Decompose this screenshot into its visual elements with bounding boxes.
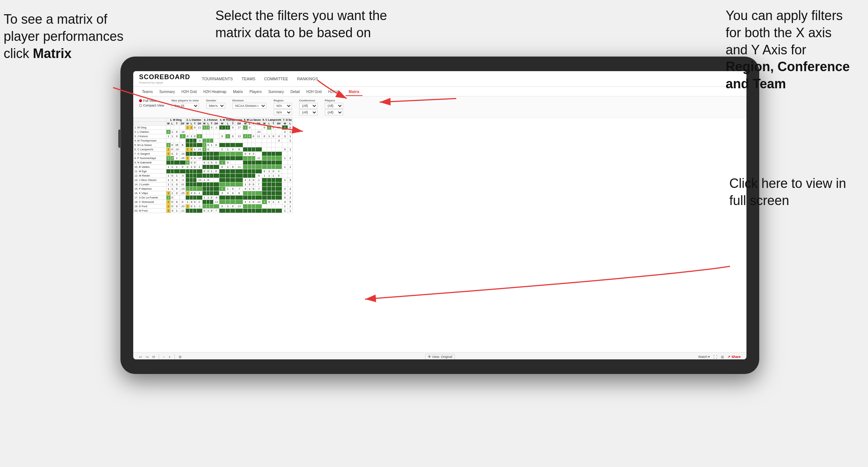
col-header-2: 2. L Clanton — [185, 118, 202, 122]
player-name: 1. W Ding — [134, 126, 166, 130]
view-original-label: View: Original — [432, 355, 452, 359]
content-area: Full View Compact View Max players in vi… — [133, 97, 746, 359]
logo-main: SCOREBOARD — [139, 73, 190, 81]
nav-rankings[interactable]: RANKINGS — [296, 75, 319, 82]
max-players-select[interactable]: Top 25 — [172, 103, 199, 109]
tab-summary2[interactable]: Summary — [265, 88, 287, 96]
conference-select1[interactable]: (All) — [299, 103, 318, 109]
table-row: 18. C Sherwood 2000 1300 -11 220-10 3011… — [134, 200, 293, 204]
player-name: 2. L Clanton — [134, 130, 166, 134]
jk-dif: Dif — [213, 122, 219, 126]
compact-view-option[interactable]: Compact View — [139, 104, 164, 107]
conference-label: Conference — [299, 99, 318, 102]
full-view-radio[interactable] — [139, 99, 142, 102]
table-row: 15. P Maichon 110-19 010-7 410-7 22 — [134, 187, 293, 191]
gender-label: Gender — [206, 99, 225, 102]
table-row: 4. M Thorbjornsen -3 -6 1 — [134, 139, 293, 143]
players-select2[interactable]: (All) — [325, 109, 343, 115]
col-header-5: 5. M La Sasso — [243, 118, 262, 122]
share-button[interactable]: ↗ Share — [727, 355, 741, 359]
tab-teams[interactable]: Teams — [139, 88, 155, 96]
lc-t: T — [193, 122, 196, 126]
mt-dif: Dif — [235, 122, 243, 126]
tab-h2hh[interactable]: H2H H... — [325, 88, 345, 96]
col-header-3: 3. J Koivun — [202, 118, 219, 122]
gender-filter: Gender Men's — [206, 99, 225, 109]
players-select1[interactable]: (All) — [325, 103, 343, 109]
player-name: 15. P Maichon — [134, 187, 166, 191]
region-label: Region — [274, 99, 292, 102]
zoom-out-button[interactable]: − — [163, 355, 165, 359]
gs-l: L — [288, 122, 293, 126]
grid-icon[interactable]: ⊞ — [721, 355, 724, 359]
division-select[interactable]: NCAA Division I — [233, 103, 266, 109]
player-name: 4. M Thorbjornsen — [134, 139, 166, 143]
logo-sub: Powered by clippd — [139, 81, 190, 84]
conference-filter: Conference (All) (All) — [299, 99, 318, 115]
scoreboard-logo: SCOREBOARD Powered by clippd — [139, 73, 190, 84]
player-name: 18. C Sherwood — [134, 200, 166, 204]
wd-w: W — [166, 122, 171, 126]
settings-button[interactable]: ⚙ — [178, 355, 182, 359]
tab-h2h-heatmap[interactable]: H2H Heatmap — [200, 88, 229, 96]
annotation-topleft-text: To see a matrix of player performances c… — [4, 12, 123, 61]
region-select1[interactable]: N/A — [274, 103, 292, 109]
undo-button[interactable]: ↩ — [139, 355, 142, 359]
watch-button[interactable]: Watch ▾ — [698, 355, 710, 359]
mls-dif: Dif — [255, 122, 262, 126]
nav-tournaments[interactable]: TOURNAMENTS — [201, 75, 234, 82]
conference-select2[interactable]: (All) — [299, 109, 318, 115]
redo-button[interactable]: ↪ — [146, 355, 149, 359]
col-header-1: 1. W Ding — [166, 118, 186, 122]
tab-summary[interactable]: Summary — [156, 88, 178, 96]
region-filter: Region N/A N/A — [274, 99, 292, 115]
full-view-option[interactable]: Full View — [139, 99, 164, 103]
full-view-label: Full View — [143, 99, 156, 103]
cl-t: T — [271, 122, 276, 126]
annotation-topright: You can apply filters for both the X axi… — [726, 7, 857, 93]
nav-teams[interactable]: TEAMS — [241, 75, 256, 82]
player-name: 12. M Riedel — [134, 174, 166, 178]
table-row: 13. J Skov Olesen 110-3 -19 10 220-1 13 — [134, 178, 293, 182]
refresh-button[interactable]: ⟳ — [152, 355, 155, 359]
annotation-topleft: To see a matrix of player performances c… — [4, 11, 128, 62]
table-row: 3. J Koivun 1102 0102 01013 04011 010-6 … — [134, 134, 293, 139]
gender-select[interactable]: Men's — [206, 103, 225, 109]
col-header-6: 6. C Lamprecht — [262, 118, 282, 122]
player-name: 13. J Skov Olesen — [134, 178, 166, 182]
compact-view-label: Compact View — [143, 104, 164, 107]
compact-view-radio[interactable] — [139, 104, 142, 107]
view-original-button[interactable]: 👁 View: Original — [425, 354, 455, 359]
table-row: 9. N Gabrelcik 009 0100 10 — [134, 161, 293, 165]
tab-matrix2[interactable]: Matrix — [346, 88, 362, 96]
player-name: 8. P Summerhays — [134, 156, 166, 161]
col-header-4: 4. M Thorbjornsen — [219, 118, 243, 122]
lc-w: W — [185, 122, 190, 126]
annotation-bottomright-text: Click here to view in full screen — [729, 176, 846, 208]
view-options: Full View Compact View — [139, 99, 164, 107]
tab-h2h-grid2[interactable]: H2H Grid — [303, 88, 324, 96]
players-filter: Players (All) (All) — [325, 99, 343, 115]
tab-matrix[interactable]: Matrix — [230, 88, 246, 96]
tablet-side-button — [118, 130, 121, 148]
table-row: 1. W Ding 12011 110-2 12017 10 01013 90 — [134, 126, 293, 130]
app-header: SCOREBOARD Powered by clippd TOURNAMENTS… — [133, 71, 746, 87]
annotation-topright-text: You can apply filters for both the X axi… — [726, 8, 850, 91]
player-name: 6. C Lamprecht — [134, 147, 166, 152]
region-select2[interactable]: N/A — [274, 109, 292, 115]
toolbar-divider2 — [174, 354, 175, 359]
table-row: 8. P Summerhays 521-45 220-16 -11 12 — [134, 156, 293, 161]
zoom-in-button[interactable]: + — [169, 355, 171, 359]
table-row: 14. J Lundin 11010 1007 — [134, 182, 293, 187]
cl-l: L — [267, 122, 272, 126]
nav-committee[interactable]: COMMITTEE — [264, 75, 289, 82]
player-name: 17. S De La Fuente — [134, 196, 166, 200]
toolbar-divider1 — [159, 354, 159, 359]
fullscreen-icon[interactable]: ⛶ — [714, 355, 717, 359]
tab-players[interactable]: Players — [247, 88, 265, 96]
tab-detail[interactable]: Detail — [288, 88, 303, 96]
watch-label: Watch — [698, 355, 707, 359]
wd-t: T — [174, 122, 180, 126]
jk-l: L — [207, 122, 210, 126]
tab-h2h-grid[interactable]: H2H Grid — [178, 88, 200, 96]
